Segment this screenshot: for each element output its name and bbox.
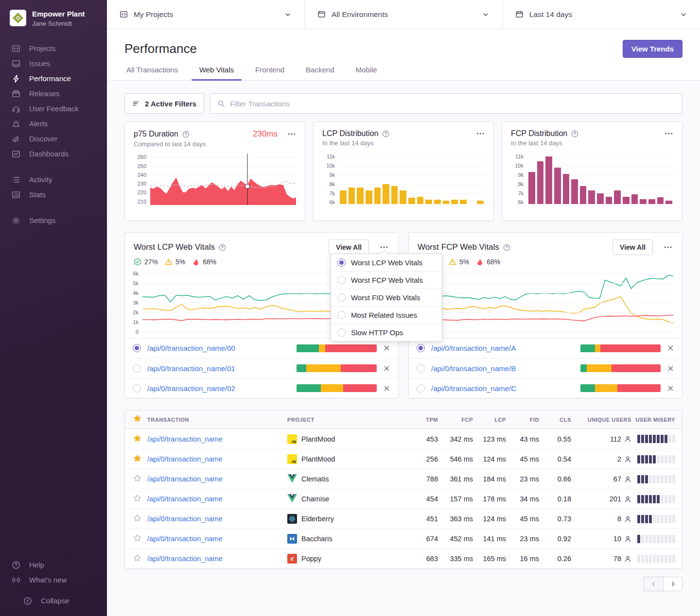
transaction-link[interactable]: /api/0/transaction_name/02 bbox=[147, 384, 235, 393]
column-header-transaction[interactable]: TRANSACTION bbox=[147, 417, 287, 423]
transaction-link[interactable]: /api/0/transaction_name bbox=[147, 475, 223, 483]
star-filled-icon[interactable] bbox=[133, 454, 141, 462]
transaction-link[interactable]: /api/0/transaction_name/C bbox=[431, 384, 516, 393]
radio-button[interactable] bbox=[337, 258, 346, 267]
close-icon[interactable] bbox=[667, 385, 674, 392]
view-all-button[interactable]: View All bbox=[612, 240, 653, 255]
ellipsis-menu-button[interactable] bbox=[476, 129, 485, 138]
sidebar-item-whats-new[interactable]: What’s new bbox=[12, 575, 107, 584]
sidebar-item-user-feedback[interactable]: User Feedback bbox=[12, 104, 107, 113]
column-header-user-misery[interactable]: USER MISERY bbox=[631, 417, 682, 423]
star-outline-icon[interactable] bbox=[133, 514, 141, 522]
tab-all-transactions[interactable]: All Transactions bbox=[124, 66, 180, 80]
menu-item-worst-fid-web-vitals[interactable]: Worst FID Web Vitals bbox=[331, 289, 442, 306]
star-outline-icon[interactable] bbox=[133, 554, 141, 562]
environment-selector[interactable]: All Environments bbox=[304, 0, 502, 29]
radio-button[interactable] bbox=[133, 344, 141, 352]
project-cell[interactable]: ePoppy bbox=[287, 554, 408, 564]
ellipsis-menu-button[interactable] bbox=[287, 130, 296, 138]
help-icon[interactable] bbox=[182, 131, 190, 138]
sidebar-item-collapse[interactable]: Collapse bbox=[23, 596, 107, 605]
sidebar-item-activity[interactable]: Activity bbox=[12, 175, 107, 184]
date-range-selector[interactable]: Last 14 days bbox=[502, 0, 700, 29]
tab-backend[interactable]: Backend bbox=[304, 66, 336, 80]
tab-frontend[interactable]: Frontend bbox=[253, 66, 286, 80]
radio-button[interactable] bbox=[133, 364, 141, 373]
transaction-link[interactable]: /api/0/transaction_name/00 bbox=[147, 344, 235, 352]
radio-button[interactable] bbox=[337, 293, 346, 302]
help-icon[interactable] bbox=[503, 244, 510, 251]
histogram-bar bbox=[477, 201, 484, 204]
sidebar-item-discover[interactable]: Discover bbox=[12, 134, 107, 143]
org-switcher[interactable]: Empower Plant Jane Schmidt bbox=[0, 0, 107, 27]
project-cell[interactable]: Chamise bbox=[287, 494, 408, 504]
column-header-unique-users[interactable]: UNIQUE USERS bbox=[571, 417, 631, 423]
menu-item-slow-http-ops[interactable]: Slow HTTP Ops bbox=[331, 324, 442, 341]
menu-item-worst-fcp-web-vitals[interactable]: Worst FCP Web Vitals bbox=[331, 271, 442, 289]
tab-web-vitals[interactable]: Web Vitals bbox=[197, 66, 236, 80]
sidebar-item-stats[interactable]: Stats bbox=[12, 190, 107, 199]
menu-item-worst-lcp-web-vitals[interactable]: Worst LCP Web Vitals bbox=[331, 254, 442, 271]
project-cell[interactable]: Elderberry bbox=[287, 514, 408, 524]
radio-button[interactable] bbox=[417, 344, 425, 352]
close-icon[interactable] bbox=[383, 365, 390, 372]
sidebar-item-issues[interactable]: Issues bbox=[12, 59, 107, 68]
close-icon[interactable] bbox=[383, 344, 390, 352]
help-icon[interactable] bbox=[571, 130, 578, 137]
view-trends-button[interactable]: View Trends bbox=[623, 40, 682, 58]
radio-button[interactable] bbox=[337, 276, 346, 284]
transaction-link[interactable]: /api/0/transaction_name bbox=[147, 495, 223, 503]
column-header-fcp[interactable]: FCP bbox=[438, 417, 473, 423]
radio-button[interactable] bbox=[133, 384, 141, 393]
star-outline-icon[interactable] bbox=[133, 534, 141, 542]
close-icon[interactable] bbox=[383, 385, 390, 392]
transaction-link[interactable]: /api/0/transaction_name/01 bbox=[147, 364, 235, 373]
search-input[interactable] bbox=[230, 100, 675, 108]
sidebar-item-performance[interactable]: Performance bbox=[12, 74, 107, 83]
project-cell[interactable]: JSPlantMood bbox=[287, 454, 408, 464]
ellipsis-menu-button[interactable] bbox=[665, 129, 673, 138]
sidebar-item-settings[interactable]: Settings bbox=[12, 216, 107, 225]
sidebar-item-projects[interactable]: Projects bbox=[12, 44, 107, 53]
help-icon[interactable] bbox=[382, 130, 389, 137]
transaction-link[interactable]: /api/0/transaction_name bbox=[147, 515, 223, 523]
column-header-tpm[interactable]: TPM bbox=[408, 417, 438, 423]
help-icon[interactable] bbox=[219, 244, 226, 251]
radio-button[interactable] bbox=[417, 364, 425, 373]
transaction-link[interactable]: /api/0/transaction_name bbox=[147, 455, 223, 463]
close-icon[interactable] bbox=[667, 365, 674, 372]
transaction-link[interactable]: /api/0/transaction_name/A bbox=[431, 344, 516, 352]
star-filled-icon[interactable] bbox=[133, 434, 141, 443]
view-all-button[interactable]: View All bbox=[329, 240, 369, 255]
tab-mobile[interactable]: Mobile bbox=[353, 66, 379, 80]
sidebar-item-releases[interactable]: Releases bbox=[12, 89, 107, 98]
next-page-button[interactable] bbox=[663, 577, 682, 591]
star-outline-icon[interactable] bbox=[133, 474, 141, 482]
column-header-cls[interactable]: CLS bbox=[539, 417, 571, 423]
star-outline-icon[interactable] bbox=[133, 494, 141, 502]
radio-button[interactable] bbox=[337, 311, 346, 319]
close-icon[interactable] bbox=[667, 344, 674, 352]
transaction-link[interactable]: /api/0/transaction_name bbox=[147, 555, 223, 563]
column-header-lcp[interactable]: LCP bbox=[473, 417, 506, 423]
transaction-link[interactable]: /api/0/transaction_name bbox=[147, 435, 223, 443]
sidebar-item-help[interactable]: Help bbox=[12, 560, 107, 569]
histogram-bar bbox=[417, 197, 424, 204]
transaction-link[interactable]: /api/0/transaction_name/B bbox=[431, 364, 516, 373]
sidebar-item-alerts[interactable]: Alerts bbox=[12, 119, 107, 128]
previous-page-button[interactable] bbox=[644, 577, 663, 591]
column-header-fid[interactable]: FID bbox=[506, 417, 539, 423]
menu-item-most-related-issues[interactable]: Most Related Issues bbox=[331, 306, 442, 324]
star-icon[interactable] bbox=[133, 414, 141, 423]
sidebar-item-dashboards[interactable]: Dashboards bbox=[12, 149, 107, 158]
active-filters-button[interactable]: 2 Active Filters bbox=[124, 93, 204, 114]
radio-button[interactable] bbox=[337, 328, 346, 337]
column-header-project[interactable]: PROJECT bbox=[287, 417, 408, 423]
ellipsis-menu-button[interactable] bbox=[664, 243, 672, 252]
project-selector[interactable]: My Projects bbox=[107, 0, 304, 29]
transaction-link[interactable]: /api/0/transaction_name bbox=[147, 535, 223, 543]
project-cell[interactable]: JSPlantMood bbox=[287, 434, 408, 444]
project-cell[interactable]: Baccharis bbox=[287, 534, 408, 544]
radio-button[interactable] bbox=[417, 384, 425, 393]
project-cell[interactable]: Clematis bbox=[287, 474, 408, 484]
